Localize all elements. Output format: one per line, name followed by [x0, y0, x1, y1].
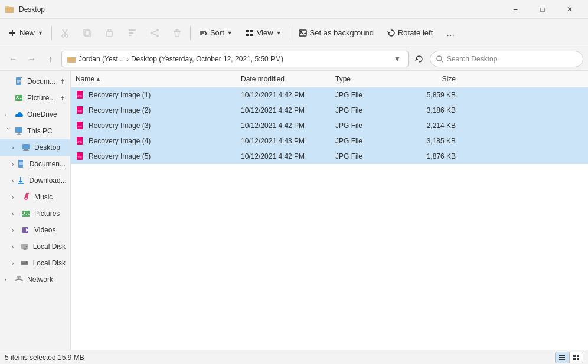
harddisk1-icon [20, 242, 30, 251]
svg-rect-54 [22, 211, 30, 217]
maximize-button[interactable]: □ [529, 0, 556, 19]
refresh-button[interactable] [411, 51, 427, 67]
svg-rect-48 [23, 150, 29, 151]
new-icon [8, 29, 17, 37]
sidebar-onedrive-label: OneDrive [27, 110, 57, 119]
downloads-icon [16, 176, 25, 185]
close-button[interactable]: ✕ [556, 0, 583, 19]
sidebar-item-localdisk2[interactable]: › Local Disk [0, 255, 70, 271]
expand-arrow-music: › [12, 194, 19, 201]
expand-arrow-onedrive: › [5, 112, 12, 118]
file-row-1[interactable]: JPG Recovery Image (2) 10/12/2021 4:42 P… [71, 103, 588, 118]
file-name-text-3: Recovery Image (4) [89, 137, 151, 145]
svg-rect-74 [81, 106, 83, 108]
file-date-1: 10/12/2021 4:42 PM [236, 103, 331, 118]
svg-text:JPG: JPG [77, 110, 82, 113]
sidebar-item-documents[interactable]: › Documen... [0, 156, 70, 172]
search-box[interactable]: Search Desktop [430, 51, 583, 67]
cut-button[interactable] [54, 22, 76, 44]
sidebar-item-onedrive[interactable]: › OneDrive [0, 106, 70, 123]
file-name-text-1: Recovery Image (2) [89, 106, 151, 114]
file-row-4[interactable]: JPG Recovery Image (5) 10/12/2021 4:42 P… [71, 149, 588, 164]
file-type-3: JPG File [331, 133, 401, 149]
forward-button[interactable]: → [24, 51, 40, 67]
file-row-2[interactable]: JPG Recovery Image (3) 10/12/2021 4:42 P… [71, 118, 588, 133]
file-type-4: JPG File [331, 149, 401, 164]
details-view-button[interactable] [555, 352, 569, 363]
pin-icon-2 [60, 95, 66, 101]
view-chevron-icon: ▼ [276, 30, 282, 36]
file-name-4: JPG Recovery Image (5) [71, 149, 236, 164]
sidebar-pictures-label: Pictures [34, 209, 60, 218]
set-background-button[interactable]: Set as background [293, 22, 380, 44]
svg-point-13 [156, 29, 159, 31]
file-row-0[interactable]: JPG Recovery Image (1) 10/12/2021 4:42 P… [71, 87, 588, 103]
pictures-pinned-icon [14, 93, 24, 103]
sidebar-item-thispc[interactable]: › This PC [0, 123, 70, 139]
file-name-2: JPG Recovery Image (3) [71, 118, 236, 133]
expand-arrow-pictures: › [12, 211, 19, 217]
sidebar-item-network[interactable]: › Network [0, 271, 70, 288]
svg-point-5 [66, 35, 68, 37]
rotate-left-button[interactable]: Rotate left [381, 22, 439, 44]
address-path[interactable]: Jordan (Yest... › Desktop (Yesterday, Oc… [61, 51, 409, 67]
sidebar-item-videos[interactable]: › Videos [0, 222, 70, 238]
address-bar: ← → ↑ Jordan (Yest... › Desktop (Yesterd… [0, 47, 588, 71]
sidebar-item-pictures-pinned[interactable]: Picture... [0, 90, 70, 106]
file-list: Name ▲ Date modified Type Size JPG Rec [71, 71, 588, 350]
file-row-3[interactable]: JPG Recovery Image (4) 10/12/2021 4:43 P… [71, 133, 588, 149]
copy-button[interactable] [77, 22, 98, 44]
minimize-button[interactable]: – [502, 0, 529, 19]
expand-arrow-localdisk1: › [12, 244, 18, 250]
breadcrumb-current: Desktop (Yesterday, October 12, 2021, 5:… [131, 55, 283, 63]
file-date-0: 10/12/2021 4:42 PM [236, 87, 331, 103]
new-button[interactable]: New ▼ [2, 22, 49, 44]
pin-icon [60, 78, 66, 84]
rotate-left-label: Rotate left [398, 28, 433, 37]
new-chevron-icon: ▼ [38, 30, 43, 36]
sidebar-item-desktop[interactable]: › Desktop [0, 139, 70, 156]
view-button[interactable]: View ▼ [240, 22, 288, 44]
file-size-0: 5,859 KB [401, 87, 460, 103]
sidebar-item-pictures[interactable]: › Pictures [0, 205, 70, 222]
header-name[interactable]: Name ▲ [71, 71, 236, 87]
sort-button[interactable]: Sort ▼ [193, 22, 239, 44]
header-size[interactable]: Size [401, 71, 460, 87]
share-icon [150, 28, 159, 38]
rename-button[interactable] [122, 22, 143, 44]
file-size-4: 1,876 KB [401, 149, 460, 164]
back-button[interactable]: ← [5, 51, 21, 67]
toolbar: New ▼ [0, 19, 588, 47]
view-label: View [257, 28, 273, 37]
share-button[interactable] [144, 22, 165, 44]
sidebar-localdisk1-label: Local Disk [33, 242, 66, 251]
sidebar-item-music[interactable]: › Music [0, 189, 70, 205]
more-button[interactable]: ... [440, 22, 461, 44]
svg-text:JPG: JPG [77, 94, 82, 97]
expand-arrow-downloads: › [12, 178, 14, 184]
svg-rect-91 [577, 358, 579, 360]
title-bar-icon [5, 5, 14, 14]
sidebar-item-localdisk1[interactable]: › Local Disk [0, 238, 70, 255]
paste-icon [105, 28, 115, 38]
pictures2-icon [21, 209, 31, 218]
svg-rect-45 [17, 134, 21, 135]
svg-line-16 [153, 31, 156, 32]
paste-button[interactable] [99, 22, 120, 44]
file-date-2: 10/12/2021 4:42 PM [236, 118, 331, 133]
tiles-view-button[interactable] [569, 352, 583, 363]
expand-arrow-thispc: › [5, 127, 12, 135]
jpg-icon-3: JPG [76, 136, 85, 146]
separator-1 [51, 26, 52, 40]
file-size-1: 3,186 KB [401, 103, 460, 118]
search-icon [436, 55, 443, 63]
sidebar-item-downloads[interactable]: › Download... [0, 172, 70, 189]
sidebar-item-documents-pinned[interactable]: Docum... [0, 73, 70, 90]
svg-rect-88 [573, 355, 576, 357]
up-button[interactable]: ↑ [43, 51, 59, 67]
header-date[interactable]: Date modified [236, 71, 331, 87]
delete-button[interactable] [166, 22, 188, 44]
svg-rect-77 [81, 122, 83, 123]
header-type[interactable]: Type [331, 71, 401, 87]
sidebar-videos-label: Videos [34, 226, 55, 234]
